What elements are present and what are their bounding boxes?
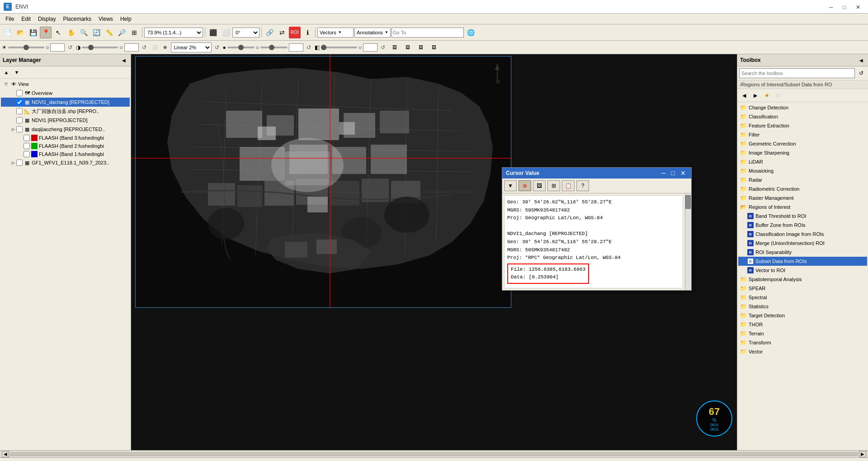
measure-button[interactable]: 📏 <box>103 27 115 38</box>
tb-star-btn[interactable]: ★ <box>762 90 772 100</box>
contrast-slider[interactable] <box>82 47 118 48</box>
lm-down-btn[interactable]: ▼ <box>12 68 21 77</box>
scroll-thumb[interactable] <box>685 195 691 209</box>
gf1-expand[interactable]: ▷ <box>10 160 16 165</box>
zoom-extent-button[interactable]: ⊞ <box>128 27 140 38</box>
tb-vector-to-roi[interactable]: R Vector to ROI <box>738 266 867 275</box>
tb-spear[interactable]: 📁 SPEAR <box>738 284 867 293</box>
open-button[interactable]: 📂 <box>14 27 26 38</box>
cursor-crosshair-btn[interactable]: ⊕ <box>519 180 531 191</box>
layer-flaash-b1[interactable]: FLAASH (Band 1:fushedingbi <box>1 150 130 158</box>
tb-forward-btn[interactable]: ▶ <box>750 90 760 100</box>
zoom-in-button[interactable]: 🔍 <box>78 27 90 38</box>
tb-roi-separability[interactable]: R ROI Separability <box>738 248 867 257</box>
layer-ndvi1[interactable]: ▦ NDVI1 [REPROJECTED] <box>1 116 130 125</box>
tb-spectral[interactable]: 📁 Spectral <box>738 293 867 302</box>
cursor-image-btn[interactable]: 🖼 <box>533 180 546 191</box>
saturation-slider[interactable] <box>227 47 255 48</box>
transparency-slider[interactable] <box>321 47 357 48</box>
cursor-grid-btn[interactable]: ⊞ <box>547 180 560 191</box>
menu-file[interactable]: File <box>2 15 18 23</box>
cursor-close-btn[interactable]: ✕ <box>679 169 688 177</box>
display-btn4[interactable]: 🖼 <box>428 42 440 53</box>
brightness-value[interactable]: 50 <box>50 43 65 52</box>
map-area[interactable]: N Cursor Value ─ □ ✕ ▼ ⊕ 🖼 ⊞ 📋 <box>131 54 737 450</box>
zoom-out-button[interactable]: 🔎 <box>116 27 127 38</box>
tb-merge-roi[interactable]: R Merge (Union/Intersection) ROI <box>738 239 867 248</box>
brightness-slider[interactable] <box>8 47 44 48</box>
gf1-check[interactable] <box>16 160 23 166</box>
tb-thor[interactable]: 📁 THOR <box>738 320 867 329</box>
toolbox-search-input[interactable] <box>739 68 855 78</box>
new-button[interactable]: 📄 <box>2 27 14 38</box>
goto-button[interactable]: 🌐 <box>465 27 476 38</box>
cursor-maximize-btn[interactable]: □ <box>670 169 677 177</box>
stretch-refresh[interactable]: ↺ <box>213 43 221 52</box>
sync-button[interactable]: ⇄ <box>276 27 288 38</box>
menu-help[interactable]: Help <box>117 15 135 23</box>
pointer-button[interactable]: 📍 <box>40 27 52 38</box>
tb-transform[interactable]: 📁 Transform <box>738 338 867 347</box>
tb-target-detection[interactable]: 📁 Target Detection <box>738 311 867 320</box>
transparency-refresh[interactable]: ↺ <box>379 43 387 52</box>
transparency-value[interactable]: 0 <box>363 43 377 52</box>
view-expand-icon[interactable]: ▽ <box>3 82 9 86</box>
stretch-select[interactable]: Linear 2% <box>171 42 212 52</box>
layer-overview[interactable]: 🗺 Overview <box>1 89 130 98</box>
tb-image-sharpening[interactable]: 📁 Image Sharpening <box>738 148 867 157</box>
tb-back-btn[interactable]: ◀ <box>739 90 749 100</box>
b2-check[interactable] <box>24 143 30 149</box>
stretch-plus[interactable]: ⊕ <box>160 43 170 52</box>
zoom-fit-button[interactable]: ⬜ <box>220 27 231 38</box>
tb-buffer-zone[interactable]: R Buffer Zone from ROIs <box>738 221 867 230</box>
tb-vector[interactable]: 📁 Vector <box>738 347 867 356</box>
scroll-track[interactable] <box>10 452 858 456</box>
cursor-scrollbar[interactable] <box>685 193 691 290</box>
daqi-check[interactable] <box>16 126 23 132</box>
menu-views[interactable]: Views <box>95 15 117 23</box>
lm-expand-btn[interactable]: ◀ <box>120 56 128 64</box>
tb-classification-image[interactable]: R Classification Image from ROIs <box>738 230 867 239</box>
menu-display[interactable]: Display <box>34 15 59 23</box>
menu-edit[interactable]: Edit <box>18 15 34 23</box>
tb-mosaicking[interactable]: 📁 Mosaicking <box>738 166 867 175</box>
tb-change-detection[interactable]: 📁 Change Detection <box>738 103 867 112</box>
contrast-value[interactable]: 20 <box>124 43 139 52</box>
cursor-minimize-btn[interactable]: ─ <box>660 169 668 177</box>
tb-geometric-correction[interactable]: 📁 Geometric Correction <box>738 139 867 148</box>
tb-terrain[interactable]: 📁 Terrain <box>738 329 867 338</box>
cursor-copy-btn[interactable]: 📋 <box>562 180 575 191</box>
layer-flaash-b2[interactable]: FLAASH (Band 2:fushedingbi <box>1 142 130 150</box>
zoom-layer-button[interactable]: ⬛ <box>207 27 219 38</box>
vectors-dropdown[interactable]: Vectors ▼ <box>317 28 354 38</box>
angle-select[interactable]: 0° <box>232 28 259 38</box>
link-button[interactable]: 🔗 <box>264 27 275 38</box>
layer-gf1[interactable]: ▷ ▦ GF1_WFV1_E118.1_N39.7_2023.. <box>1 158 130 167</box>
tb-radar[interactable]: 📁 Radar <box>738 175 867 184</box>
tb-raster-management[interactable]: 📁 Raster Management <box>738 193 867 202</box>
contrast-refresh[interactable]: ↺ <box>140 43 148 52</box>
tb-radiometric-correction[interactable]: 📁 Radiometric Correction <box>738 184 867 193</box>
display-btn2[interactable]: 🖼 <box>402 42 414 53</box>
scroll-right-btn[interactable]: ▶ <box>859 451 866 457</box>
display-btn1[interactable]: 🖼 <box>389 42 401 53</box>
lm-up-btn[interactable]: ▲ <box>2 68 11 77</box>
brightness-refresh[interactable]: ↺ <box>66 43 74 52</box>
layer-vector[interactable]: 📐 大厂回族自治县.shp [REPRO.. <box>1 107 130 116</box>
layer-daqijiaozheng[interactable]: ▷ ▦ daqijiaozheng [REPROJECTED.. <box>1 125 130 134</box>
toolbox-expand-btn[interactable]: ◀ <box>857 56 865 64</box>
tb-statistics[interactable]: 📁 Statistics <box>738 302 867 311</box>
b3-check[interactable] <box>24 135 30 141</box>
roi-button[interactable]: ROI <box>289 27 301 38</box>
cursor-dropdown-btn[interactable]: ▼ <box>504 180 517 191</box>
select-button[interactable]: ↖ <box>52 27 64 38</box>
tb-lidar[interactable]: 📁 LiDAR <box>738 157 867 166</box>
zoom-select[interactable]: 73.9% (1:1.4...) <box>144 28 203 38</box>
menu-placemarks[interactable]: Placemarks <box>59 15 95 23</box>
tb-filter[interactable]: 📁 Filter <box>738 130 867 139</box>
annotations-dropdown[interactable]: Annotations ▼ <box>354 28 391 38</box>
daqi-expand[interactable]: ▷ <box>10 127 16 132</box>
goto-input[interactable] <box>392 28 464 38</box>
toolbox-refresh-btn[interactable]: ↺ <box>856 68 866 78</box>
stretch-toggle[interactable]: ⬜ <box>150 43 159 52</box>
